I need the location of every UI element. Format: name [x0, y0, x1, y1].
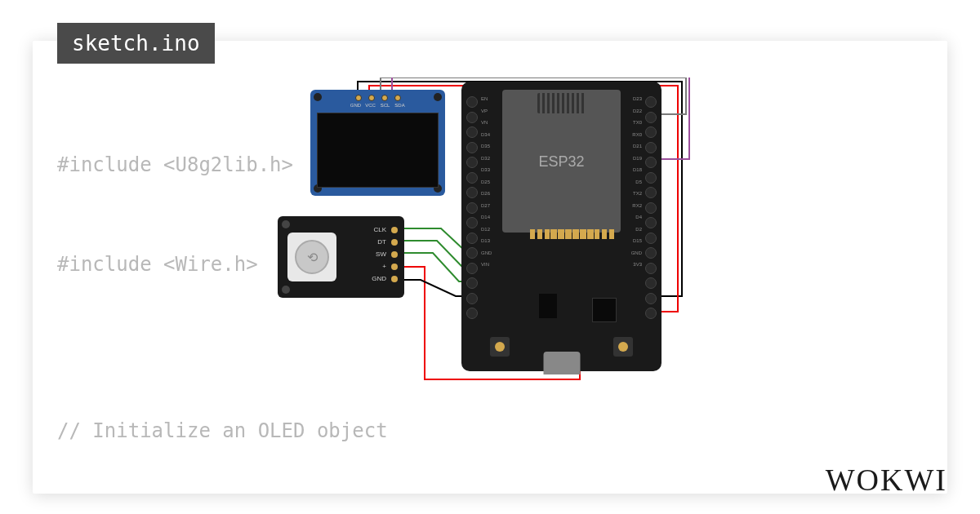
usb-port-icon: [543, 352, 580, 374]
chip-label: ESP32: [538, 153, 584, 170]
esp32-left-labels: ENVPVND34D35D32D33D25D26D27D14D12D13GNDV…: [481, 96, 492, 267]
filename-tab[interactable]: sketch.ino: [57, 23, 215, 64]
code-line: // Initialize an OLED object: [57, 414, 777, 448]
esp32-shield: ESP32: [502, 90, 621, 233]
oled-screen: [317, 113, 439, 188]
mounting-hole: [282, 220, 290, 228]
oled-pin-labels: GND VCC SCL SDA: [350, 103, 406, 108]
mounting-hole: [282, 286, 290, 294]
oled-module[interactable]: GND VCC SCL SDA: [310, 90, 445, 196]
esp32-right-labels: D23D22TX0RX0D21D19D18D5TX2RX2D4D2D15GND3…: [631, 96, 642, 267]
rotate-icon: ⟲: [307, 250, 318, 265]
encoder-pin-header: CLK DT SW + GND: [368, 226, 398, 282]
mounting-hole: [314, 93, 322, 101]
rotary-encoder-module[interactable]: ⟲ CLK DT SW + GND: [278, 216, 404, 298]
boot-button[interactable]: [490, 337, 510, 357]
esp32-board[interactable]: ENVPVND34D35D32D33D25D26D27D14D12D13GNDV…: [461, 82, 662, 371]
esp32-pads: [550, 229, 614, 239]
enable-button[interactable]: [613, 337, 633, 357]
wokwi-logo: WOKWI: [826, 462, 947, 498]
circuit-diagram[interactable]: GND VCC SCL SDA ⟲ CLK DT SW + GND ENVPVN…: [278, 78, 694, 388]
esp32-right-pins: [645, 96, 657, 319]
esp32-left-pins: [466, 96, 478, 319]
small-chip: [592, 298, 617, 322]
oled-pin-header: [355, 95, 401, 101]
filename-text: sketch.ino: [72, 31, 200, 55]
antenna-icon: [537, 93, 586, 113]
small-chip: [539, 294, 557, 318]
encoder-body: ⟲: [287, 233, 336, 281]
mounting-hole: [434, 93, 442, 101]
encoder-knob[interactable]: ⟲: [295, 240, 329, 274]
